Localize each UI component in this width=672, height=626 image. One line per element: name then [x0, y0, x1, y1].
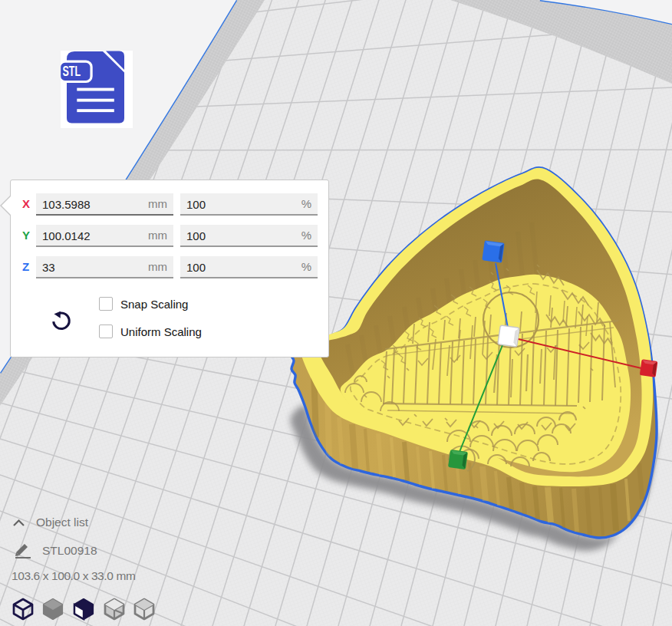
- svg-text:STL: STL: [63, 64, 81, 79]
